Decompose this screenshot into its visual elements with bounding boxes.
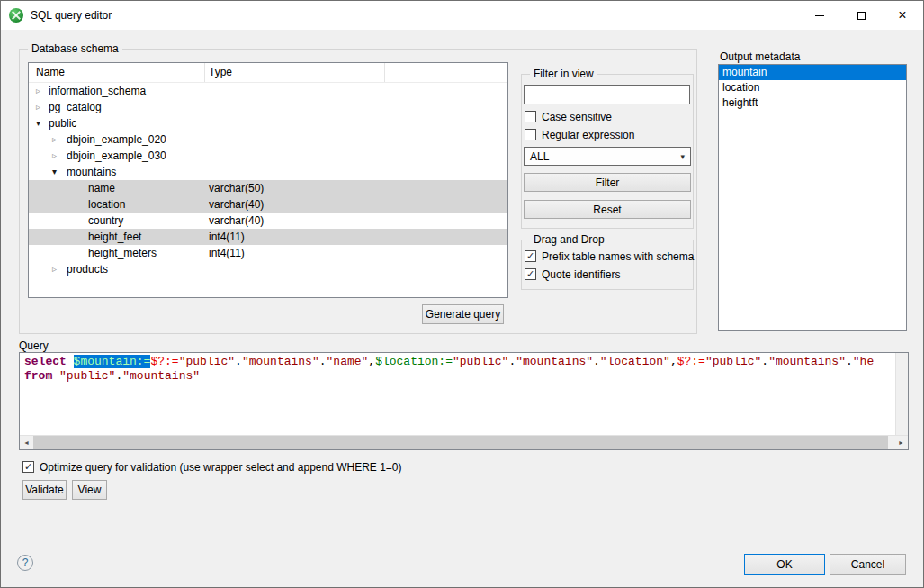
quote-identifiers-checkbox[interactable]: ✓ bbox=[525, 268, 536, 280]
tree-row-country[interactable]: countryvarchar(40) bbox=[29, 213, 507, 229]
optimize-query-label: Optimize query for validation (use wrapp… bbox=[40, 461, 402, 474]
tree-row-mountains[interactable]: ▾mountains bbox=[29, 164, 507, 180]
quote-identifiers-row[interactable]: ✓ Quote identifiers bbox=[525, 267, 620, 281]
window-controls: × bbox=[799, 1, 923, 30]
ok-button[interactable]: OK bbox=[744, 554, 825, 575]
cancel-button[interactable]: Cancel bbox=[830, 554, 906, 575]
metadata-item-location[interactable]: location bbox=[719, 80, 906, 95]
optimize-query-row[interactable]: ✓ Optimize query for validation (use wra… bbox=[22, 460, 402, 474]
validate-button[interactable]: Validate bbox=[22, 480, 67, 500]
reset-button[interactable]: Reset bbox=[524, 200, 691, 219]
query-label: Query bbox=[19, 339, 49, 352]
filter-scope-select[interactable]: ALL ▾ bbox=[524, 147, 691, 166]
prefix-table-names-checkbox[interactable]: ✓ bbox=[525, 250, 536, 262]
collapse-icon[interactable]: ▾ bbox=[52, 164, 57, 180]
schema-tree-rows: ▹information_schema▹pg_catalog▾public▹db… bbox=[29, 83, 507, 277]
close-button[interactable]: × bbox=[882, 1, 923, 30]
expand-icon[interactable]: ▹ bbox=[36, 99, 40, 115]
prefix-table-names-row[interactable]: ✓ Prefix table names with schema bbox=[525, 249, 694, 263]
help-button[interactable]: ? bbox=[17, 555, 33, 571]
tree-row-products[interactable]: ▹products bbox=[29, 261, 507, 277]
titlebar[interactable]: SQL query editor × bbox=[1, 1, 923, 30]
node-label: pg_catalog bbox=[49, 99, 102, 115]
query-horizontal-scrollbar[interactable]: ◄ ► bbox=[20, 435, 908, 449]
query-line: select $mountain:=$?:="public"."mountain… bbox=[24, 355, 894, 369]
tree-row-height_meters[interactable]: height_metersint4(11) bbox=[29, 245, 507, 261]
tree-row-dbjoin_example_030[interactable]: ▹dbjoin_example_030 bbox=[29, 148, 507, 164]
tree-row-pg_catalog[interactable]: ▹pg_catalog bbox=[29, 99, 507, 115]
regular-expression-label: Regular expression bbox=[542, 129, 634, 141]
database-schema-label: Database schema bbox=[28, 42, 122, 55]
query-token: , bbox=[670, 355, 677, 368]
node-label: height_feet bbox=[88, 229, 141, 245]
column-header-type[interactable]: Type bbox=[209, 66, 232, 78]
tree-row-location[interactable]: locationvarchar(40) bbox=[29, 196, 507, 213]
query-token: "location" bbox=[600, 355, 670, 368]
output-metadata-label: Output metadata bbox=[720, 50, 800, 63]
query-token: $location:= bbox=[375, 355, 453, 368]
schema-tree[interactable]: Name Type ▹information_schema▹pg_catalog… bbox=[28, 62, 508, 298]
metadata-item-mountain[interactable]: mountain bbox=[719, 65, 906, 80]
tree-row-dbjoin_example_020[interactable]: ▹dbjoin_example_020 bbox=[29, 131, 507, 148]
collapse-icon[interactable]: ▾ bbox=[36, 115, 40, 131]
chevron-down-icon: ▾ bbox=[680, 152, 685, 161]
node-label: country bbox=[88, 213, 123, 229]
column-separator[interactable] bbox=[204, 63, 205, 82]
query-token: "public" bbox=[179, 355, 235, 368]
node-label: location bbox=[88, 196, 125, 213]
node-label: products bbox=[67, 261, 108, 277]
tree-row-name[interactable]: namevarchar(50) bbox=[29, 180, 507, 196]
filter-scope-value: ALL bbox=[530, 150, 549, 163]
filter-button[interactable]: Filter bbox=[524, 173, 691, 192]
minimize-icon bbox=[815, 15, 824, 16]
tree-row-information_schema[interactable]: ▹information_schema bbox=[29, 83, 507, 99]
expand-icon[interactable]: ▹ bbox=[52, 148, 57, 164]
query-token: "mountains" bbox=[122, 369, 200, 383]
expand-icon[interactable]: ▹ bbox=[36, 83, 40, 99]
query-line: from "public"."mountains" bbox=[24, 369, 894, 384]
scrollbar-thumb[interactable] bbox=[33, 436, 888, 449]
node-type: int4(11) bbox=[209, 229, 245, 245]
optimize-query-checkbox[interactable]: ✓ bbox=[22, 461, 34, 473]
case-sensitive-checkbox[interactable] bbox=[525, 111, 536, 122]
query-text[interactable]: select $mountain:=$?:="public"."mountain… bbox=[24, 355, 894, 434]
query-editor[interactable]: select $mountain:=$?:="public"."mountain… bbox=[19, 352, 909, 450]
query-token: select bbox=[24, 355, 74, 368]
column-separator[interactable] bbox=[384, 63, 385, 82]
node-type: int4(11) bbox=[209, 245, 245, 261]
node-label: mountains bbox=[67, 164, 116, 180]
generate-query-button[interactable]: Generate query bbox=[422, 304, 504, 324]
metadata-item-heightft[interactable]: heightft bbox=[719, 95, 906, 111]
minimize-button[interactable] bbox=[799, 1, 840, 30]
node-label: name bbox=[88, 180, 115, 196]
expand-icon[interactable]: ▹ bbox=[52, 261, 57, 277]
regular-expression-checkbox[interactable] bbox=[525, 129, 536, 140]
sql-query-editor-window: SQL query editor × Database schema Name … bbox=[0, 0, 924, 588]
filter-in-view-label: Filter in view bbox=[530, 68, 597, 80]
maximize-button[interactable] bbox=[840, 1, 882, 30]
query-token: . bbox=[319, 355, 327, 368]
query-token: "public" bbox=[705, 355, 761, 368]
expand-icon[interactable]: ▹ bbox=[52, 131, 57, 148]
column-header-name[interactable]: Name bbox=[36, 66, 65, 78]
query-token: from bbox=[24, 369, 59, 383]
drag-and-drop-group: Drag and Drop bbox=[521, 240, 694, 290]
app-icon bbox=[9, 8, 23, 23]
scroll-left-icon[interactable]: ◄ bbox=[20, 436, 33, 449]
node-type: varchar(40) bbox=[209, 213, 264, 229]
case-sensitive-row[interactable]: Case sensitive bbox=[525, 110, 612, 123]
output-metadata-list[interactable]: mountainlocationheightft bbox=[718, 64, 907, 331]
query-token: "mountains" bbox=[768, 355, 846, 368]
regular-expression-row[interactable]: Regular expression bbox=[525, 128, 634, 141]
node-label: dbjoin_example_030 bbox=[67, 148, 166, 164]
help-icon: ? bbox=[22, 556, 29, 569]
query-token: "name" bbox=[327, 355, 369, 368]
query-vertical-scrollbar[interactable] bbox=[895, 353, 908, 436]
node-label: height_meters bbox=[88, 245, 157, 261]
filter-input[interactable] bbox=[524, 85, 690, 104]
selected-text: $mountain:= bbox=[74, 355, 151, 368]
tree-row-height_feet[interactable]: height_feetint4(11) bbox=[29, 229, 507, 245]
tree-row-public[interactable]: ▾public bbox=[29, 115, 507, 131]
scroll-right-icon[interactable]: ► bbox=[894, 436, 908, 449]
view-button[interactable]: View bbox=[72, 480, 107, 500]
